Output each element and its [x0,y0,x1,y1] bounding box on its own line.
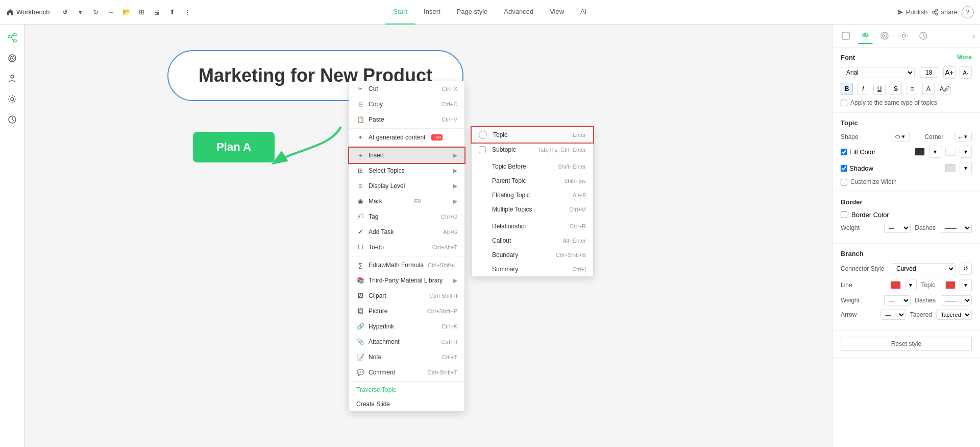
font-size-input[interactable] [919,67,939,78]
tab-page-style[interactable]: Page style [449,0,496,25]
branch-weight-select[interactable]: — [884,295,911,305]
tab-ai[interactable]: AI [572,0,595,25]
print-button[interactable]: 🖨 [150,5,164,19]
plan-a-node[interactable]: Plan A [193,132,275,162]
italic-button[interactable]: I [857,83,869,95]
menu-picture[interactable]: 🖼 Picture Ctrl+Shift+P [349,303,464,319]
submenu-summary[interactable]: Summary Ctrl+] [472,262,593,276]
menu-ai[interactable]: ✦ AI generated content Hot [349,130,464,145]
apply-same-type-checkbox[interactable] [841,100,847,106]
menu-add-task[interactable]: ✔ Add Task Alt+G [349,224,464,240]
menu-comment[interactable]: 💬 Comment Ctrl+Shift+T [349,365,464,380]
branch-line-dropdown[interactable]: ▾ [905,279,917,291]
branch-arrow-select[interactable]: — [880,310,905,320]
branch-tapered-select[interactable]: Tapered [936,310,972,320]
panel-collapse-button[interactable]: › [973,32,975,40]
fill-color-checkbox[interactable] [841,149,847,155]
fill-color-dropdown[interactable]: ▾ [929,146,941,158]
undo-button[interactable]: ↺ [58,5,72,19]
align-button[interactable]: ≡ [906,83,918,95]
menu-tag[interactable]: 🏷 Tag Ctrl+G [349,209,464,224]
tab-insert[interactable]: Insert [415,0,449,25]
menu-note[interactable]: 📝 Note Ctrl+T [349,349,464,365]
app-logo[interactable]: Workbench [6,8,50,16]
settings-tool[interactable] [3,90,21,108]
share-button[interactable]: share [932,8,958,16]
menu-edrawmath[interactable]: ∑ EdrawMath Formula Ctrl+Shift+L [349,257,464,273]
shadow-checkbox[interactable] [841,165,847,172]
font-color-button[interactable]: A [922,83,935,95]
strikethrough-button[interactable]: S [890,83,902,95]
bold-button[interactable]: B [841,83,853,95]
menu-cut[interactable]: ✂ Cut Ctrl+X [349,81,464,97]
menu-traverse[interactable]: Traverse Topic [349,383,464,397]
font-more-link[interactable]: More [957,54,972,61]
submenu-relationship[interactable]: Relationship Ctrl+R [472,219,593,233]
clock-tool[interactable] [3,110,21,129]
border-dashes-select[interactable]: —— [941,223,972,233]
branch-topic-dropdown[interactable]: ▾ [960,279,972,291]
panel-icon-gear[interactable] [896,28,912,44]
connector-style-dropdown[interactable]: ↺ [960,263,972,275]
menu-display-level[interactable]: ≡ Display Level ▶ [349,178,464,194]
panel-icon-canvas[interactable] [838,28,854,44]
font-size-decrease-button[interactable]: A- [960,66,972,79]
submenu-parent-topic[interactable]: Parent Topic Shift+Ins [472,174,593,188]
font-highlight-button[interactable]: A🖊 [939,83,951,95]
connector-style-select[interactable]: Curved [891,263,955,274]
menu-todo[interactable]: ☐ To-do Ctrl+Alt+T [349,240,464,255]
menu-mark[interactable]: ◉ Mark F9 ▶ [349,194,464,209]
menu-paste[interactable]: 📋 Paste Ctrl+V [349,112,464,127]
panel-icon-clock[interactable] [915,28,932,44]
fill-color-swatch[interactable] [915,148,925,156]
menu-clipart[interactable]: 🖼 Clipart Ctrl+Shift+I [349,288,464,303]
select-tool[interactable] [3,29,21,47]
menu-create-slide[interactable]: Create Slide [349,397,464,411]
canvas[interactable]: Marketing for New Product Plan A ✂ Cut C… [24,25,832,447]
person-tool[interactable] [3,69,21,88]
submenu-multiple-topics[interactable]: Multiple Topics Ctrl+M [472,202,593,217]
branch-topic-color[interactable] [945,281,955,289]
redo-button[interactable]: ↻ [89,5,103,19]
fill-secondary-swatch[interactable] [945,148,955,156]
tab-start[interactable]: Start [385,0,415,25]
menu-hyperlink[interactable]: 🔗 Hyperlink Ctrl+K [349,319,464,334]
submenu-floating-topic[interactable]: Floating Topic Alt+F [472,188,593,202]
underline-button[interactable]: U [873,83,886,95]
corner-select[interactable]: ⌐ ▾ [954,132,972,142]
menu-copy[interactable]: ⎘ Copy Ctrl+C [349,97,464,112]
more-button[interactable]: ⋮ [181,5,195,19]
pages-button[interactable]: ⊞ [135,5,149,19]
panel-icon-target[interactable] [876,28,893,44]
border-color-checkbox[interactable] [841,211,847,218]
customize-width-checkbox[interactable] [841,179,847,185]
open-button[interactable]: 📂 [119,5,134,19]
tab-advanced[interactable]: Advanced [496,0,542,25]
submenu-callout[interactable]: Callout Alt+Enter [472,233,593,248]
menu-attachment[interactable]: 📎 Attachment Ctrl+H [349,334,464,349]
submenu-subtopic[interactable]: Subtopic Tab, Ins, Ctrl+Enter [472,143,593,157]
font-family-select[interactable]: Arial [841,67,915,78]
panel-icon-style[interactable] [857,28,873,44]
font-size-increase-button[interactable]: A+ [943,66,955,79]
shadow-dropdown[interactable]: ▾ [960,162,972,174]
submenu-topic-before[interactable]: Topic Before Shift+Enter [472,159,593,174]
menu-third-party[interactable]: 📚 Third-Party Material Library ▶ [349,273,464,288]
submenu-topic[interactable]: Topic Enter [472,127,593,143]
export-button[interactable]: ⬆ [165,5,180,19]
undo-dropdown[interactable]: ▾ [74,5,88,19]
menu-insert[interactable]: ＋ Insert ▶ [349,148,464,163]
target-tool[interactable] [3,49,21,67]
submenu-boundary[interactable]: Boundary Ctrl+Shift+B [472,248,593,262]
branch-dashes-select[interactable]: —— [941,295,972,305]
help-button[interactable]: ? [962,6,974,18]
new-button[interactable]: ＋ [104,5,118,19]
border-weight-select[interactable]: — [884,223,911,233]
tab-view[interactable]: View [542,0,572,25]
publish-button[interactable]: Publish [897,8,928,16]
branch-line-color[interactable] [891,281,901,289]
shadow-color-swatch[interactable] [945,164,955,172]
reset-style-button[interactable]: Reset style [841,337,972,351]
fill-secondary-dropdown[interactable]: ▾ [960,146,972,158]
shape-select[interactable]: ⬭ ▾ [891,132,910,142]
